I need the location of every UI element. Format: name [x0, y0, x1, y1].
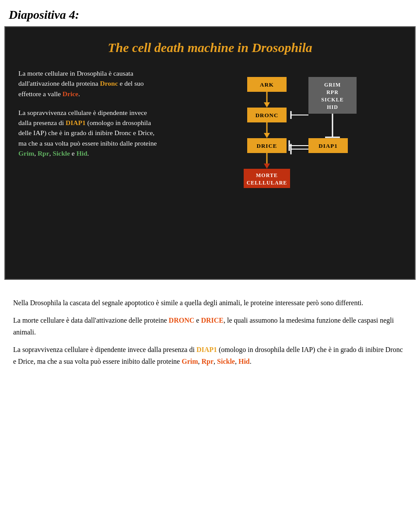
svg-text:DRONC: DRONC — [256, 112, 279, 118]
svg-text:ARK: ARK — [260, 81, 274, 88]
slide-container: The cell death machine in Drosophila La … — [4, 26, 416, 280]
svg-marker-11 — [264, 164, 270, 169]
svg-text:DIAP1: DIAP1 — [318, 143, 337, 149]
bottom-para1: Nella Drosophila la cascata del segnale … — [13, 297, 407, 309]
svg-text:CELLLULARE: CELLLULARE — [247, 180, 287, 186]
slide-paragraph1: La morte cellulare in Drosophila è causa… — [18, 68, 158, 99]
svg-text:GRIM: GRIM — [324, 82, 341, 88]
slide-paragraph2: La sopravvivenza cellulare è dipendente … — [18, 108, 158, 158]
svg-marker-3 — [264, 102, 270, 108]
svg-text:MORTE: MORTE — [256, 172, 278, 178]
svg-text:DRICE: DRICE — [257, 143, 277, 149]
slide-text-column: La morte cellulare in Drosophila è causa… — [18, 68, 158, 167]
diagram-svg: ARK DRONC DRICE — [167, 73, 402, 261]
svg-text:SICKLE: SICKLE — [321, 97, 343, 103]
bottom-text-section: Nella Drosophila la cascata del segnale … — [0, 289, 420, 378]
svg-text:RPR: RPR — [326, 89, 339, 95]
slide-content: La morte cellulare in Drosophila è causa… — [18, 68, 402, 261]
bottom-para2: La morte cellulare è data dall'attivazio… — [13, 315, 407, 338]
svg-text:HID: HID — [327, 104, 338, 110]
slide-diagram: ARK DRONC DRICE — [167, 68, 402, 261]
page-title: Diapositiva 4: — [0, 0, 420, 26]
slide-title: The cell death machine in Drosophila — [18, 40, 402, 55]
bottom-para3: La sopravvivenza cellulare è dipendente … — [13, 344, 407, 367]
svg-marker-7 — [264, 133, 270, 138]
